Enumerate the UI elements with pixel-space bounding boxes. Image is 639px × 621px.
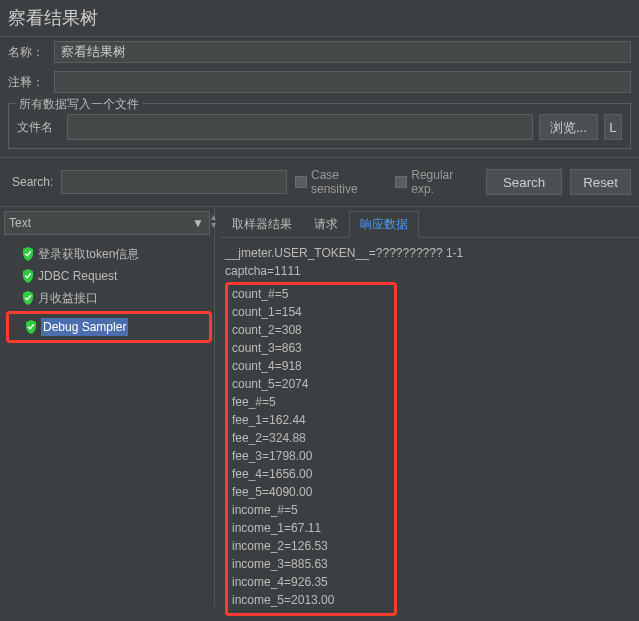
success-shield-icon (22, 291, 34, 305)
filename-label: 文件名 (17, 119, 61, 136)
success-shield-icon (25, 320, 37, 334)
success-shield-icon (22, 247, 34, 261)
tree-item-label: 月收益接口 (38, 289, 98, 307)
response-line: income_3=885.63 (232, 555, 390, 573)
tab-sampler-result[interactable]: 取样器结果 (221, 211, 303, 237)
response-line: income_2=126.53 (232, 537, 390, 555)
search-input[interactable] (61, 170, 287, 194)
search-label: Search: (12, 175, 53, 189)
response-line: fee_#=5 (232, 393, 390, 411)
highlight-box: count_#=5count_1=154count_2=308count_3=8… (225, 282, 397, 616)
response-line: income_4=926.35 (232, 573, 390, 591)
tab-request[interactable]: 请求 (303, 211, 349, 237)
response-line: count_3=863 (232, 339, 390, 357)
response-line: count_4=918 (232, 357, 390, 375)
tree-item[interactable]: JDBC Request (4, 265, 210, 287)
checkbox-icon (395, 176, 407, 188)
highlight-box: Debug Sampler (6, 311, 212, 343)
response-line: fee_2=324.88 (232, 429, 390, 447)
checkbox-icon (295, 176, 307, 188)
tree-item[interactable]: Debug Sampler (25, 316, 207, 338)
comment-input[interactable] (54, 71, 631, 93)
page-title: 察看结果树 (0, 0, 639, 37)
response-line: income_1=67.11 (232, 519, 390, 537)
response-line: income_5=2013.00 (232, 591, 390, 609)
result-tree: 登录获取token信息JDBC Request月收益接口Debug Sample… (4, 243, 210, 343)
filename-input[interactable] (67, 114, 533, 140)
response-line: income_#=5 (232, 501, 390, 519)
response-line: captcha=1111 (225, 262, 635, 280)
browse-button[interactable]: 浏览... (539, 114, 598, 140)
tab-response-data[interactable]: 响应数据 (349, 211, 419, 238)
tree-item-label: 登录获取token信息 (38, 245, 139, 263)
response-text[interactable]: __jmeter.USER_TOKEN__=?????????? 1-1 cap… (221, 238, 639, 621)
regex-checkbox[interactable]: Regular exp. (395, 168, 477, 196)
search-button[interactable]: Search (486, 169, 562, 195)
case-sensitive-checkbox[interactable]: Case sensitive (295, 168, 387, 196)
tree-item-label: Debug Sampler (41, 318, 128, 336)
response-line: fee_5=4090.00 (232, 483, 390, 501)
response-line: count_5=2074 (232, 375, 390, 393)
name-input[interactable] (54, 41, 631, 63)
response-line: fee_1=162.44 (232, 411, 390, 429)
tree-item[interactable]: 登录获取token信息 (4, 243, 210, 265)
success-shield-icon (22, 269, 34, 283)
splitter-handle-icon[interactable]: ▴▾ (211, 213, 216, 229)
reset-button[interactable]: Reset (570, 169, 631, 195)
name-label: 名称： (8, 44, 48, 61)
chevron-down-icon: ▼ (191, 216, 205, 230)
response-line: __jmeter.USER_TOKEN__=?????????? 1-1 (225, 244, 635, 262)
tree-item-label: JDBC Request (38, 267, 117, 285)
tree-item[interactable]: 月收益接口 (4, 287, 210, 309)
response-line: fee_4=1656.00 (232, 465, 390, 483)
log-config-button[interactable]: L (604, 114, 622, 140)
comment-label: 注释： (8, 74, 48, 91)
file-output-fieldset: 所有数据写入一个文件 文件名 浏览... L (8, 103, 631, 149)
response-line: count_2=308 (232, 321, 390, 339)
render-combo[interactable]: Text ▼ (4, 211, 210, 235)
response-line: fee_3=1798.00 (232, 447, 390, 465)
fieldset-legend: 所有数据写入一个文件 (15, 96, 143, 113)
combo-value: Text (9, 216, 31, 230)
response-line: count_#=5 (232, 285, 390, 303)
response-line: count_1=154 (232, 303, 390, 321)
